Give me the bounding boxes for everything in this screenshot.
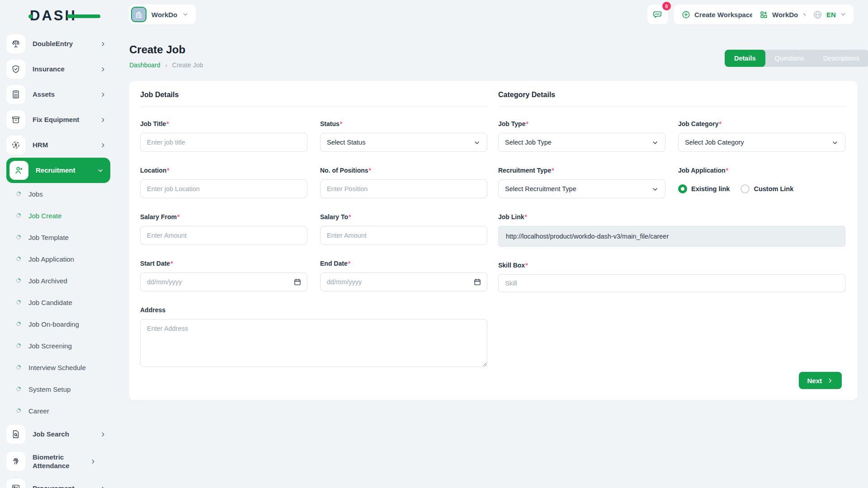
address-textarea[interactable] (140, 319, 487, 367)
chevron-down-icon (182, 11, 189, 18)
status-select[interactable]: Select Status (320, 133, 487, 152)
create-workspace-button[interactable]: Create Workspace (674, 5, 762, 24)
sidebar-item-biometric-attendance[interactable]: Biometric Attendance (6, 447, 110, 476)
required-asterisk: * (349, 213, 351, 221)
sidebar: DoubleEntry Insurance Assets Fix Equipme… (0, 29, 116, 488)
bullet-icon (15, 343, 22, 349)
subnav-item-interview-schedule[interactable]: Interview Schedule (6, 357, 110, 378)
next-button[interactable]: Next (799, 372, 842, 389)
sidebar-item-job-search[interactable]: Job Search (6, 422, 110, 447)
sidebar-item-procurement[interactable]: Procurement (6, 476, 110, 488)
subnav-item-job-create[interactable]: Job Create (6, 205, 110, 226)
bullet-icon (15, 277, 22, 284)
logo-dot (28, 14, 33, 19)
required-asterisk: * (167, 167, 169, 174)
field-job-title: Job Title* (140, 120, 307, 152)
field-location: Location* (140, 167, 307, 198)
workspace-selector-label: WorkDo (151, 11, 177, 19)
bullet-icon (15, 408, 22, 414)
job-link-input[interactable]: http://localhost/product/workdo-dash-v3/… (498, 226, 845, 247)
sidebar-item-label: Procurement (33, 484, 92, 488)
bullet-icon (15, 191, 22, 197)
subnav-item-job-template[interactable]: Job Template (6, 226, 110, 248)
sidebar-item-hrm[interactable]: HRM (6, 132, 110, 158)
field-salary-to: Salary To* (320, 213, 487, 245)
subnav-item-career[interactable]: Career (6, 400, 110, 422)
subnav-item-job-onboarding[interactable]: Job On-boarding (6, 313, 110, 335)
user-plus-icon (9, 161, 28, 180)
sidebar-item-recruitment[interactable]: Recruitment (6, 158, 110, 183)
salary-to-input[interactable] (320, 226, 487, 245)
job-title-input[interactable] (140, 133, 307, 152)
radio-existing-link[interactable]: Existing link (678, 184, 730, 193)
file-search-icon (6, 425, 25, 444)
tab-descriptions[interactable]: Descriptions (814, 50, 868, 67)
plus-circle-icon (682, 10, 690, 19)
radio-custom-link[interactable]: Custom Link (741, 184, 793, 193)
sidebar-item-label: Job Search (33, 430, 92, 439)
required-asterisk: * (525, 262, 528, 269)
chevron-right-icon (99, 485, 107, 488)
globe-icon (813, 10, 822, 19)
positions-input[interactable] (320, 179, 487, 198)
bullet-icon (15, 364, 22, 371)
field-positions: No. of Positions* (320, 167, 487, 198)
sidebar-item-fix-equipment[interactable]: Fix Equipment (6, 107, 110, 132)
bullet-icon (15, 212, 22, 219)
chevron-down-icon (651, 186, 659, 193)
start-date-input[interactable] (140, 272, 307, 291)
orbit-dots-icon (6, 136, 25, 155)
subnav-item-system-setup[interactable]: System Setup (6, 378, 110, 400)
required-asterisk: * (726, 167, 728, 174)
create-workspace-label: Create Workspace (694, 11, 754, 19)
radio-selected-icon (678, 184, 687, 193)
chevron-right-icon (99, 41, 107, 47)
chat-count-badge: 0 (662, 2, 671, 10)
tab-details[interactable]: Details (725, 50, 765, 67)
sidebar-item-label: Assets (33, 90, 92, 99)
job-type-select[interactable]: Select Job Type (498, 133, 665, 152)
breadcrumb-current: Create Job (172, 61, 203, 69)
breadcrumb-separator: › (165, 62, 167, 69)
subnav-item-job-archived[interactable]: Job Archived (6, 270, 110, 291)
job-category-select[interactable]: Select Job Category (678, 133, 845, 152)
create-job-card: Job Details Job Title* Status* Select St… (129, 81, 858, 400)
recruitment-subnav: Jobs Job Create Job Template Job Applica… (6, 183, 110, 422)
breadcrumb-dashboard-link[interactable]: Dashboard (129, 61, 160, 69)
job-details-section: Job Details Job Title* Status* Select St… (140, 90, 487, 367)
chevron-down-icon (97, 167, 104, 174)
end-date-input[interactable] (320, 272, 487, 291)
subnav-item-job-candidate[interactable]: Job Candidate (6, 291, 110, 313)
app-logo[interactable]: DASH (30, 8, 107, 23)
recruitment-type-select[interactable]: Select Recruitment Type (498, 179, 665, 198)
subnav-item-job-application[interactable]: Job Application (6, 248, 110, 270)
workspace-selector[interactable]: WorkDo (129, 5, 196, 24)
section-title-category-details: Category Details (498, 90, 845, 107)
field-recruitment-type: Recruitment Type* Select Recruitment Typ… (498, 167, 665, 198)
radio-unselected-icon (741, 184, 750, 193)
location-input[interactable] (140, 179, 307, 198)
sidebar-item-assets[interactable]: Assets (6, 82, 110, 107)
workspace-menu-label: WorkDo (772, 11, 798, 19)
percent-tag-icon (6, 479, 25, 488)
sidebar-item-label: Biometric Attendance (33, 453, 82, 470)
salary-from-input[interactable] (140, 226, 307, 245)
category-details-section: Category Details Job Type* Select Job Ty… (498, 90, 845, 292)
field-job-application: Job Application* Existing link Custom Li… (678, 167, 845, 198)
subnav-item-job-screening[interactable]: Job Screening (6, 335, 110, 357)
field-job-category: Job Category* Select Job Category (678, 120, 845, 152)
tab-questions[interactable]: Questions (765, 50, 814, 67)
required-asterisk: * (340, 120, 342, 127)
chevron-right-icon (99, 66, 107, 73)
bullet-icon (15, 386, 22, 392)
subnav-item-jobs[interactable]: Jobs (6, 183, 110, 205)
skill-input[interactable] (498, 274, 845, 292)
required-asterisk: * (170, 260, 173, 267)
required-asterisk: * (525, 213, 527, 221)
sidebar-item-insurance[interactable]: Insurance (6, 56, 110, 82)
language-selector[interactable]: EN (806, 5, 854, 24)
messages-button[interactable]: 0 (647, 5, 668, 24)
sidebar-item-label: Fix Equipment (33, 115, 92, 124)
sidebar-item-doubleentry[interactable]: DoubleEntry (6, 31, 110, 56)
language-label: EN (826, 11, 836, 19)
